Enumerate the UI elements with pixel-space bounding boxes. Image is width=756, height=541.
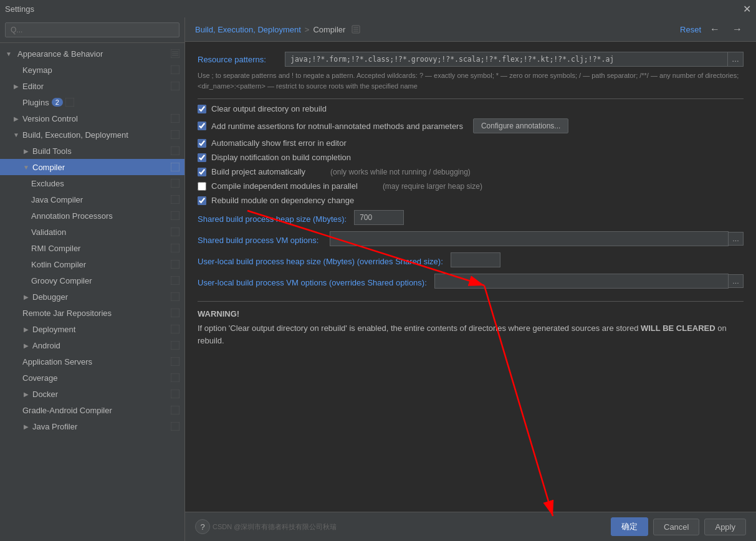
expand-arrow-editor: ▶ [12, 82, 20, 90]
sidebar-item-label: Excludes [31, 179, 64, 188]
sidebar-item-kotlin-compiler[interactable]: Kotlin Compiler [0, 256, 184, 272]
user-vm-expand-btn[interactable]: … [729, 274, 744, 288]
close-button[interactable]: ✕ [743, 3, 751, 15]
settings-icon [171, 179, 179, 188]
settings-icon [171, 390, 179, 398]
sidebar-item-label: Keymap [22, 65, 52, 75]
panel-body: Resource patterns: … Use ; to separate p… [185, 42, 756, 512]
sidebar-item-label: Debugger [32, 292, 68, 302]
configure-annotations-btn[interactable]: Configure annotations... [473, 118, 568, 133]
sidebar-item-groovy-compiler[interactable]: Groovy Compiler [0, 272, 184, 289]
warning-text: If option 'Clear output directory on reb… [198, 322, 744, 347]
search-input[interactable] [5, 22, 179, 37]
expand-arrow-android: ▶ [22, 342, 30, 349]
breadcrumb: Build, Execution, Deployment > Compiler [195, 25, 360, 34]
sidebar-item-version-control[interactable]: ▶ Version Control [0, 110, 184, 127]
svg-rect-7 [171, 114, 179, 123]
sidebar-item-java-compiler[interactable]: Java Compiler [0, 191, 184, 208]
expand-arrow-build-exec: ▼ [12, 131, 20, 138]
sidebar-item-excludes[interactable]: Excludes [0, 175, 184, 191]
sidebar-item-debugger[interactable]: ▶ Debugger [0, 289, 184, 305]
forward-button[interactable]: → [729, 22, 746, 36]
sidebar-item-label: Editor [22, 82, 44, 91]
sidebar-item-appearance[interactable]: ▼ Appearance & Behavior [0, 45, 184, 62]
sidebar-item-label: Gradle-Android Compiler [22, 406, 112, 415]
add-runtime-checkbox[interactable] [198, 122, 206, 130]
svg-rect-6 [65, 98, 74, 107]
auto-show-error-checkbox[interactable] [198, 139, 206, 148]
clear-output-checkbox[interactable] [198, 105, 206, 113]
help-button[interactable]: ? [195, 519, 210, 534]
user-heap-input[interactable] [451, 252, 500, 267]
resource-patterns-input-wrapper: … [285, 52, 744, 67]
svg-rect-9 [171, 146, 179, 155]
sidebar-item-app-servers[interactable]: Application Servers [0, 353, 184, 370]
reset-button[interactable]: Reset [680, 25, 701, 34]
build-auto-checkbox[interactable] [198, 168, 206, 176]
sidebar-item-rmi-compiler[interactable]: RMI Compiler [0, 240, 184, 256]
user-vm-input-wrapper: … [434, 274, 744, 289]
rebuild-module-label: Rebuild module on dependency change [211, 196, 354, 205]
settings-icon [171, 114, 179, 123]
sidebar-item-keymap[interactable]: Keymap [0, 62, 184, 78]
resource-patterns-input[interactable] [285, 52, 728, 67]
sidebar-item-build-exec[interactable]: ▼ Build, Execution, Deployment [0, 127, 184, 143]
sidebar-item-gradle-android[interactable]: Gradle-Android Compiler [0, 402, 184, 418]
vm-options-input[interactable] [330, 231, 729, 246]
sidebar-item-validation[interactable]: Validation [0, 224, 184, 240]
panel-header-actions: Reset ← → [680, 22, 746, 36]
clear-output-row: Clear output directory on rebuild [198, 104, 744, 113]
compile-parallel-label: Compile independent modules in parallel [211, 181, 358, 191]
expand-arrow-debugger: ▶ [22, 293, 30, 300]
back-button[interactable]: ← [706, 22, 724, 36]
sidebar-item-label: RMI Compiler [31, 244, 80, 253]
svg-rect-11 [171, 179, 179, 188]
sidebar-item-android[interactable]: ▶ Android [0, 337, 184, 353]
sidebar-item-deployment[interactable]: ▶ Deployment [0, 321, 184, 337]
sidebar-item-build-tools[interactable]: ▶ Build Tools [0, 143, 184, 159]
sidebar-item-label: Build Tools [32, 146, 72, 156]
vm-options-expand-btn[interactable]: … [729, 232, 744, 246]
sidebar-item-coverage[interactable]: Coverage [0, 370, 184, 386]
auto-show-error-label: Automatically show first error in editor [211, 138, 347, 148]
sidebar-item-compiler[interactable]: ▼ Compiler [0, 159, 184, 175]
sidebar-item-annotation[interactable]: Annotation Processors [0, 208, 184, 224]
resource-patterns-row: Resource patterns: … [198, 52, 744, 67]
sidebar-item-label: Annotation Processors [31, 211, 113, 221]
rebuild-module-checkbox[interactable] [198, 196, 206, 205]
sidebar-item-remote-jar[interactable]: Remote Jar Repositories [0, 305, 184, 321]
heap-size-input[interactable] [354, 210, 404, 225]
sidebar-item-label: Coverage [22, 373, 57, 383]
user-heap-row: User-local build process heap size (Mbyt… [198, 252, 744, 267]
breadcrumb-parent[interactable]: Build, Execution, Deployment [195, 25, 301, 34]
display-notif-checkbox[interactable] [198, 153, 206, 162]
sidebar-item-label: Version Control [22, 114, 78, 123]
ok-button[interactable]: 确定 [611, 517, 648, 536]
expand-arrow-vc: ▶ [12, 115, 20, 122]
resource-patterns-expand-btn[interactable]: … [728, 52, 744, 67]
compile-parallel-checkbox[interactable] [198, 182, 206, 191]
warning-title: WARNING! [198, 309, 744, 318]
cancel-button[interactable]: Cancel [653, 519, 699, 535]
settings-icon [171, 373, 179, 382]
settings-icon [171, 195, 179, 204]
sidebar-item-plugins[interactable]: Plugins 2 [0, 94, 184, 110]
svg-rect-8 [171, 130, 179, 139]
sidebar-item-label: Appearance & Behavior [17, 49, 103, 59]
user-vm-input[interactable] [434, 274, 729, 289]
settings-icon [171, 260, 179, 269]
sidebar-item-label: Build, Execution, Deployment [22, 130, 128, 140]
svg-rect-5 [171, 82, 179, 90]
rebuild-module-row: Rebuild module on dependency change [198, 196, 744, 205]
apply-button[interactable]: Apply [704, 519, 746, 535]
sidebar-item-docker[interactable]: ▶ Docker [0, 386, 184, 402]
settings-icon [171, 325, 179, 333]
svg-rect-23 [171, 373, 179, 382]
settings-icon [171, 357, 179, 366]
svg-rect-4 [171, 65, 179, 74]
settings-icon-compiler [171, 163, 179, 171]
titlebar: Settings ✕ [0, 0, 756, 17]
sidebar-item-editor[interactable]: ▶ Editor [0, 78, 184, 94]
svg-rect-25 [171, 406, 179, 414]
sidebar-item-java-profiler[interactable]: ▶ Java Profiler [0, 418, 184, 434]
